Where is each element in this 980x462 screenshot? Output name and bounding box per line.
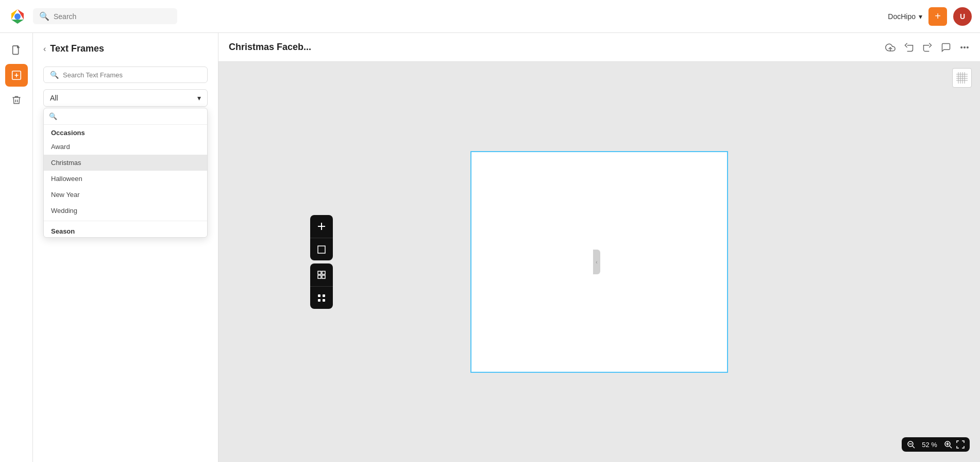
dropdown-item-new-year[interactable]: New Year	[44, 187, 207, 203]
zoom-bar: 52 %	[902, 437, 970, 452]
svg-rect-30	[318, 271, 321, 274]
dropdown-item-halloween[interactable]: Halloween	[44, 171, 207, 187]
icon-sidebar	[0, 33, 33, 462]
float-btn-group-1	[310, 215, 333, 260]
search-icon: 🔍	[50, 71, 59, 79]
svg-rect-35	[323, 294, 325, 297]
comment-icon[interactable]	[941, 42, 951, 53]
add-button[interactable]: +	[928, 7, 947, 26]
dropdown-menu: 🔍 Occasions Award Christmas Halloween Ne…	[43, 108, 208, 238]
chevron-down-icon: ▾	[919, 12, 922, 21]
topbar-right: DocHipo ▾ + U	[888, 7, 972, 26]
topbar: 🔍 DocHipo ▾ + U	[0, 0, 980, 33]
canvas-area: Christmas Faceb...	[218, 33, 980, 462]
search-icon: 🔍	[39, 11, 49, 21]
float-btn-group-2	[310, 263, 333, 309]
dochipo-label: DocHipo	[888, 12, 916, 21]
zoom-in-button[interactable]	[944, 440, 952, 449]
document-title: Christmas Faceb...	[229, 42, 879, 53]
panel-back-button[interactable]: ‹	[43, 44, 46, 54]
svg-rect-29	[318, 246, 325, 253]
svg-line-39	[913, 446, 915, 448]
search-icon: 🔍	[49, 112, 57, 120]
dropdown-group-occasions: Occasions	[44, 125, 207, 139]
cloud-save-icon[interactable]	[885, 42, 895, 53]
more-options-icon[interactable]	[959, 42, 970, 53]
fullscreen-button[interactable]	[956, 440, 965, 449]
global-search-box[interactable]: 🔍	[33, 8, 177, 24]
svg-rect-31	[322, 271, 325, 274]
svg-rect-36	[318, 299, 320, 302]
panel-search-input[interactable]	[63, 71, 201, 79]
category-dropdown: All ▾ 🔍 Occasions Award Christmas Hallow…	[43, 89, 208, 107]
float-dots-button[interactable]	[310, 286, 333, 309]
canvas-topbar: Christmas Faceb...	[218, 33, 980, 62]
panel-sidebar: ‹ Text Frames 🔍 All ▾ 🔍 Occa	[33, 33, 218, 462]
svg-point-16	[961, 46, 962, 48]
svg-line-42	[950, 446, 952, 448]
panel-search-box[interactable]: 🔍	[43, 67, 208, 83]
dropdown-search-box[interactable]: 🔍	[44, 108, 207, 125]
svg-rect-34	[318, 294, 320, 297]
zoom-value: 52 %	[919, 441, 940, 449]
panel-title: Text Frames	[50, 43, 104, 54]
avatar[interactable]: U	[953, 7, 972, 26]
sidebar-item-delete[interactable]	[5, 89, 28, 111]
svg-rect-33	[322, 275, 325, 278]
dropdown-item-award[interactable]: Award	[44, 139, 207, 155]
float-add-button[interactable]	[310, 215, 333, 238]
svg-point-18	[967, 46, 969, 48]
svg-rect-32	[318, 275, 321, 278]
float-frame-button[interactable]	[310, 238, 333, 260]
global-search-input[interactable]	[54, 12, 157, 21]
dropdown-trigger[interactable]: All ▾	[43, 89, 208, 107]
undo-icon[interactable]	[904, 42, 914, 53]
svg-point-4	[14, 13, 21, 20]
panel-collapse-handle[interactable]: ‹	[593, 250, 600, 274]
sidebar-item-text-frames[interactable]	[5, 64, 28, 87]
dropdown-divider	[44, 221, 207, 221]
svg-rect-37	[323, 299, 325, 302]
dropdown-search-input[interactable]	[61, 112, 202, 120]
redo-icon[interactable]	[922, 42, 933, 53]
canvas-wrapper: ‹ 52 %	[218, 62, 980, 462]
float-grid-button[interactable]	[310, 263, 333, 286]
dropdown-item-christmas[interactable]: Christmas	[44, 155, 207, 171]
texture-toggle-icon[interactable]	[952, 68, 972, 88]
dropdown-selected: All	[50, 94, 58, 102]
floating-toolbar	[310, 215, 333, 309]
dropdown-group-season: Season	[44, 223, 207, 237]
svg-point-17	[964, 46, 966, 48]
sidebar-item-document[interactable]	[5, 39, 28, 62]
zoom-out-button[interactable]	[907, 440, 915, 449]
chevron-left-icon: ‹	[596, 259, 597, 265]
app-logo[interactable]	[8, 7, 27, 26]
panel-header: ‹ Text Frames	[33, 33, 218, 60]
main-area: ‹ Text Frames 🔍 All ▾ 🔍 Occa	[0, 33, 980, 462]
dochipo-menu[interactable]: DocHipo ▾	[888, 12, 922, 21]
chevron-down-icon: ▾	[197, 94, 201, 102]
canvas-actions	[885, 42, 970, 53]
dropdown-item-wedding[interactable]: Wedding	[44, 203, 207, 219]
